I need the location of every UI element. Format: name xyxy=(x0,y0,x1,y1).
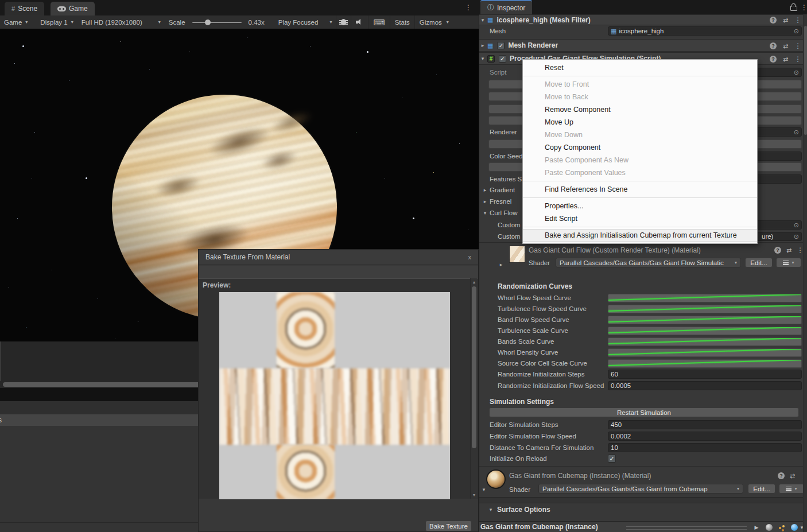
randomize-flow-label: Randomize Initialization Flow Speed xyxy=(498,382,604,389)
menu-item-properties[interactable]: Properties... xyxy=(523,200,757,212)
gizmos-dropdown[interactable]: Gizmos ▾ xyxy=(414,15,453,29)
scroll-down-icon[interactable]: ▼ xyxy=(471,493,478,497)
script-icon: # xyxy=(487,55,495,63)
stats-label: Stats xyxy=(395,19,410,26)
mesh-object-field[interactable]: ▦ icosphere_high ⊙ xyxy=(608,26,802,36)
object-picker-icon[interactable]: ⊙ xyxy=(794,129,799,136)
component-enabled-checkbox[interactable]: ✓ xyxy=(499,55,506,63)
shader-edit-button[interactable]: Edit... xyxy=(748,484,775,494)
object-picker-icon[interactable]: ⊙ xyxy=(794,28,799,35)
tab-scene[interactable]: # Scene xyxy=(5,2,44,15)
curve-field[interactable] xyxy=(608,316,802,324)
foldout-open-icon[interactable]: ▾ xyxy=(479,56,486,61)
shader-list-button[interactable]: ▾ xyxy=(779,484,804,494)
tab-inspector[interactable]: ⓘ Inspector xyxy=(480,0,532,14)
cubemap-material-thumbnail[interactable] xyxy=(487,471,505,488)
shader-list-button[interactable]: ▾ xyxy=(776,258,801,267)
menu-item-bake-cubemap[interactable]: Bake and Assign Initialisation Cubemap f… xyxy=(523,229,757,242)
curve-label: Turbulence Flow Speed Curve xyxy=(498,305,587,312)
display-dropdown[interactable]: Display 1 ▾ xyxy=(36,15,77,29)
help-icon[interactable]: ? xyxy=(770,56,777,63)
sim-flow-input[interactable]: 0.0002 xyxy=(608,432,802,441)
close-icon[interactable]: x xyxy=(468,254,472,261)
foldout-closed-icon[interactable]: ▸ xyxy=(479,42,486,48)
cubemap-shader-dropdown[interactable]: Parallel Cascades/Gas Giants/Gas Giant f… xyxy=(538,484,743,494)
randomize-flow-input[interactable]: 0.0005 xyxy=(608,381,802,390)
surface-options-foldout[interactable]: ▾ Surface Options xyxy=(479,504,807,515)
menu-item-edit-script[interactable]: Edit Script xyxy=(523,212,757,225)
menu-item-copy-component[interactable]: Copy Component xyxy=(523,141,757,154)
preset-icon[interactable]: ⇄ xyxy=(783,56,788,63)
randomize-steps-input[interactable]: 60 xyxy=(608,370,802,379)
info-icon: ⓘ xyxy=(487,3,494,13)
material-foldout-icon[interactable]: ▸ xyxy=(498,262,505,267)
scrollbar-thumb[interactable] xyxy=(804,26,807,135)
kebab-icon[interactable]: ⋮ xyxy=(794,42,801,50)
scroll-up-icon[interactable]: ▲ xyxy=(471,280,478,284)
kebab-icon[interactable]: ⋮ xyxy=(794,55,801,63)
material-foldout-icon[interactable]: ▾ xyxy=(480,487,487,492)
help-icon[interactable]: ? xyxy=(770,17,777,24)
drag-handle[interactable] xyxy=(626,526,747,530)
chevron-down-icon: ▾ xyxy=(447,20,449,25)
object-picker-icon[interactable]: ⊙ xyxy=(794,222,799,229)
stats-button[interactable]: Stats xyxy=(390,15,414,29)
preset-icon[interactable]: ⇄ xyxy=(790,472,795,480)
dialog-toolbar-spacer xyxy=(199,266,478,278)
mute-audio-button[interactable] xyxy=(351,15,368,29)
game-view-dropdown[interactable]: Game ▾ xyxy=(0,15,32,29)
dialog-titlebar[interactable]: Bake Texture From Material x xyxy=(199,250,478,265)
tab-game[interactable]: Game xyxy=(51,2,95,15)
curve-field[interactable] xyxy=(608,348,802,357)
dialog-vertical-scrollbar[interactable]: ▲ ▼ xyxy=(470,278,478,499)
curve-field[interactable] xyxy=(608,294,802,302)
sim-distance-input[interactable]: 10 xyxy=(608,443,802,452)
inspector-scrollbar[interactable] xyxy=(803,14,807,532)
play-focused-dropdown[interactable]: Play Focused ▾ xyxy=(274,15,336,29)
menu-item-reset[interactable]: Reset xyxy=(523,61,757,74)
debug-bug-button[interactable] xyxy=(336,15,351,29)
object-picker-icon[interactable]: ⊙ xyxy=(794,233,799,240)
shader-edit-button[interactable]: Edit... xyxy=(745,258,773,267)
aspect-dropdown[interactable]: Full HD (1920x1080) ▾ xyxy=(77,15,165,29)
keyboard-shortcuts-button[interactable]: ⌨ xyxy=(368,15,389,29)
material-preview-bar[interactable]: Gas Giant from Cubemap (Instance) ▶ ▾ xyxy=(479,521,807,532)
preset-icon[interactable]: ⇄ xyxy=(786,247,792,254)
curve-field[interactable] xyxy=(608,359,802,368)
foldout-open-icon[interactable]: ▾ xyxy=(479,17,486,23)
inspector-kebab-icon[interactable]: ⋮ xyxy=(801,3,807,11)
help-icon[interactable]: ? xyxy=(774,247,781,254)
scale-slider-thumb[interactable] xyxy=(205,20,211,25)
help-icon[interactable]: ? xyxy=(770,42,777,49)
mesh-renderer-header[interactable]: ▸ ▦ ✓ Mesh Renderer xyxy=(479,39,807,52)
help-icon[interactable]: ? xyxy=(778,472,785,479)
bake-texture-button[interactable]: Bake Texture xyxy=(425,521,472,531)
game-window-kebab-icon[interactable]: ⋮ xyxy=(465,3,472,11)
sim-steps-row: Editor Simulation Steps 450 xyxy=(479,420,807,430)
curl-material-thumbnail[interactable] xyxy=(509,246,525,263)
component-enabled-checkbox[interactable]: ✓ xyxy=(497,42,505,49)
bug-icon xyxy=(341,19,346,25)
init-on-reload-checkbox[interactable]: ✓ xyxy=(608,455,616,463)
preview-lights-icon[interactable] xyxy=(777,523,787,531)
mesh-filter-header[interactable]: ▾ ▦ icosphere_high (Mesh Filter) xyxy=(479,14,807,25)
kebab-icon[interactable]: ⋮ xyxy=(794,16,801,24)
preset-icon[interactable]: ⇄ xyxy=(783,17,788,24)
curve-field[interactable] xyxy=(608,337,802,346)
menu-item-find-references[interactable]: Find References In Scene xyxy=(523,183,757,196)
sim-steps-input[interactable]: 450 xyxy=(608,420,802,429)
restart-simulation-button[interactable]: Restart Simulation xyxy=(489,407,799,417)
play-icon[interactable]: ▶ xyxy=(751,523,762,531)
preview-sphere-icon[interactable] xyxy=(764,523,774,531)
scrollbar-thumb[interactable] xyxy=(472,286,476,448)
menu-item-remove-component[interactable]: Remove Component xyxy=(523,103,757,116)
lock-icon[interactable] xyxy=(790,6,797,11)
curve-field[interactable] xyxy=(608,305,802,313)
curl-shader-dropdown[interactable]: Parallel Cascades/Gas Giants/Gas Giant F… xyxy=(556,258,741,267)
curve-field[interactable] xyxy=(608,327,802,335)
preset-icon[interactable]: ⇄ xyxy=(783,42,788,50)
scale-slider[interactable] xyxy=(192,22,242,23)
scale-control: Scale 0.43x xyxy=(165,15,269,29)
menu-item-move-up[interactable]: Move Up xyxy=(523,116,757,129)
object-picker-icon[interactable]: ⊙ xyxy=(794,69,799,76)
